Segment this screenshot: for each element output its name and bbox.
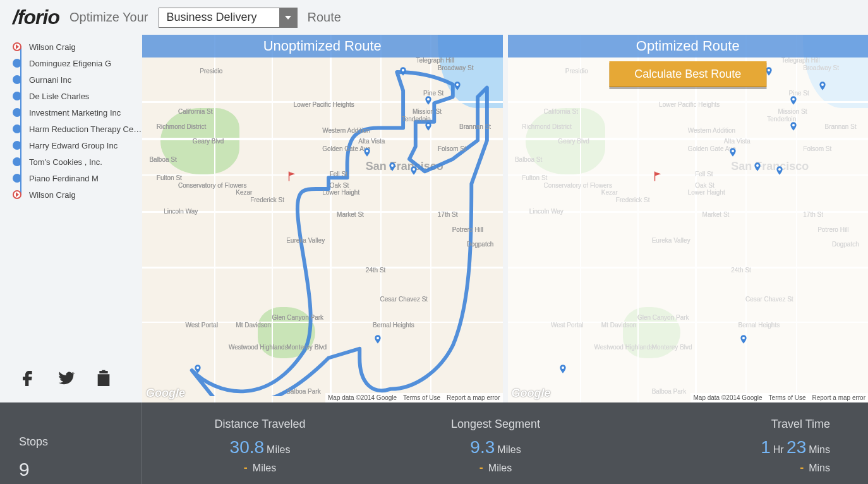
street-label: Geary Blvd — [558, 138, 589, 145]
google-logo: Google — [146, 387, 185, 400]
terms-link[interactable]: Terms of Use — [769, 394, 806, 401]
map-pin-icon[interactable] — [788, 119, 799, 133]
svg-point-10 — [821, 83, 824, 86]
street-label: 17th St — [803, 211, 823, 218]
stop-dot-icon — [13, 124, 21, 133]
street-label: 17th St — [438, 211, 458, 218]
svg-point-13 — [756, 164, 759, 167]
street-label: Market St — [702, 211, 730, 218]
map-pin-icon[interactable] — [738, 332, 749, 346]
stop-row[interactable]: Dominguez Efigenia G — [13, 55, 142, 71]
stop-dot-icon — [13, 141, 21, 150]
street-label: Mt Davidson — [601, 322, 637, 329]
map-pin-icon[interactable] — [409, 164, 419, 178]
stop-dot-icon — [13, 92, 21, 100]
street-label: Conservatory of Flowers — [544, 182, 612, 189]
map-pin-icon[interactable] — [423, 119, 433, 133]
stop-row[interactable]: Investment Marketing Inc — [13, 104, 142, 121]
map-pin-icon[interactable] — [423, 94, 433, 107]
svg-point-7 — [377, 337, 379, 339]
street-label: Lincoln Way — [529, 208, 564, 215]
stop-label: Wilson Craig — [29, 42, 76, 52]
report-link[interactable]: Report a map error — [447, 394, 500, 401]
map-pin-icon[interactable] — [752, 160, 763, 174]
map-pin-icon[interactable] — [817, 79, 828, 93]
street-label: Cesar Chavez St — [745, 296, 793, 303]
street-label: Fulton St — [157, 174, 182, 181]
facebook-icon[interactable] — [18, 368, 38, 391]
map-pin-icon[interactable] — [452, 79, 462, 93]
stop-label: Investment Marketing Inc — [29, 108, 121, 118]
stop-row[interactable]: Tom's Cookies , Inc. — [13, 154, 142, 170]
calculate-button[interactable]: Calculate Best Route — [609, 61, 766, 87]
route-type-select[interactable]: Business Delivery — [159, 8, 298, 28]
stop-row[interactable]: De Lisle Charles — [13, 88, 142, 104]
street-label: Potrero Hill — [817, 226, 848, 233]
street-label: Dogpatch — [832, 241, 859, 248]
chevron-down-icon[interactable] — [279, 8, 297, 27]
street-label: Presidio — [565, 68, 588, 75]
map-pin-icon[interactable] — [788, 94, 799, 107]
stop-row[interactable]: Piano Ferdinand M — [13, 170, 142, 186]
map-pin-icon[interactable] — [558, 362, 568, 376]
stop-row[interactable]: Harry Edward Group Inc — [13, 137, 142, 154]
report-link[interactable]: Report a map error — [812, 394, 865, 401]
street-label: Oak St — [695, 182, 714, 189]
twitter-icon[interactable] — [56, 368, 76, 391]
unoptimized-map-panel[interactable]: Unoptimized Route Geary BlvdWestern Addi… — [142, 35, 503, 402]
stops-list: Wilson CraigDominguez Efigenia GGurnani … — [13, 39, 142, 203]
street-label: California St — [544, 108, 578, 115]
map-pin-icon[interactable] — [373, 332, 383, 346]
map-tiles — [508, 35, 869, 402]
map-pin-icon[interactable] — [728, 145, 738, 159]
stop-row[interactable]: Gurnani Inc — [13, 71, 142, 88]
clipboard-icon[interactable] — [93, 368, 114, 391]
street-label: Potrero Hill — [452, 226, 483, 233]
street-label: Folsom St — [438, 145, 466, 152]
terms-link[interactable]: Terms of Use — [403, 394, 440, 401]
street-label: Broadway St — [438, 64, 474, 71]
street-label: Fell St — [695, 171, 713, 178]
header-suffix: Route — [308, 10, 341, 25]
street-label: Richmond District — [522, 123, 571, 130]
street-label: Lincoln Way — [164, 208, 198, 215]
map-pin-icon[interactable] — [362, 145, 372, 159]
street-label: Balboa St — [149, 156, 176, 163]
endpoint-dot-icon — [13, 190, 21, 199]
stops-value: 9 — [19, 459, 30, 480]
stop-row[interactable]: Harm Reduction Therapy Center — [13, 121, 142, 137]
optimized-map-panel[interactable]: Optimized Route Calculate Best Route Gea… — [508, 35, 869, 402]
distance-alt: -Miles — [244, 461, 276, 475]
street-label: Kezar — [601, 189, 618, 196]
street-label: Market St — [702, 211, 730, 218]
street-label: Cesar Chavez St — [380, 296, 428, 303]
stop-row[interactable]: Wilson Craig — [13, 186, 142, 203]
map-pin-icon[interactable] — [775, 164, 785, 178]
street-label: Conservatory of Flowers — [544, 182, 612, 189]
street-label: Fell St — [330, 171, 347, 178]
google-logo: Google — [512, 387, 551, 400]
street-label: Western Addition — [322, 127, 370, 134]
stop-dot-icon — [13, 174, 21, 183]
street-label: West Portal — [551, 322, 584, 329]
street-label: Fell St — [695, 171, 713, 178]
logo: /forio — [13, 6, 59, 29]
street-label: Lincoln Way — [529, 208, 564, 215]
street-label: 24th St — [731, 267, 751, 274]
street-label: Glen Canyon Park — [637, 314, 689, 321]
segment-alt: -Miles — [479, 461, 512, 475]
street-label: Telegraph Hill — [416, 57, 455, 64]
street-label: 24th St — [731, 267, 751, 274]
stop-label: Gurnani Inc — [29, 75, 71, 85]
street-label: Fulton St — [522, 174, 547, 181]
map-pin-icon[interactable] — [398, 64, 408, 78]
stop-row[interactable]: Wilson Craig — [13, 39, 142, 55]
map-pin-icon[interactable] — [193, 362, 203, 376]
street-label: Balboa Park — [652, 388, 686, 395]
street-label: Fulton St — [522, 174, 547, 181]
street-label: Broadway St — [803, 64, 839, 71]
flag-icon — [286, 171, 298, 185]
street-label: Brannan St — [825, 123, 857, 130]
map-pin-icon[interactable] — [387, 160, 397, 174]
svg-point-3 — [427, 124, 430, 126]
